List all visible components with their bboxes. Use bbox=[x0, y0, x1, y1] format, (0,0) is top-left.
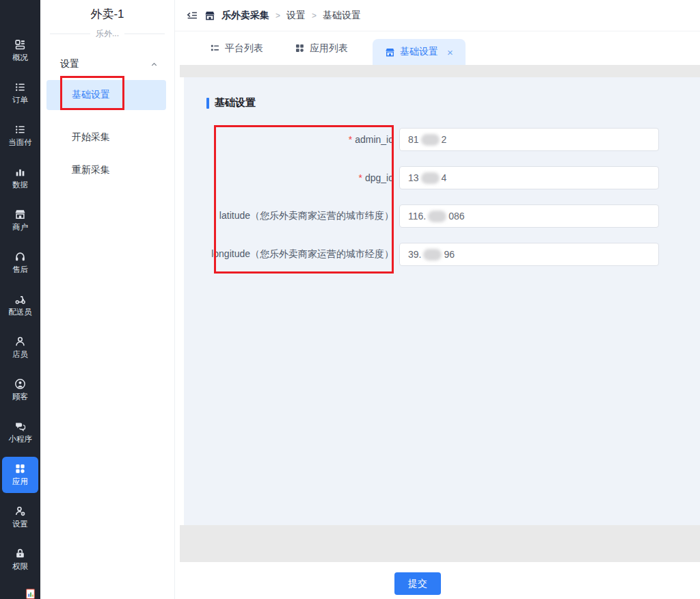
report-doc-icon[interactable] bbox=[25, 588, 36, 599]
rail-item-apps[interactable]: 应用 bbox=[2, 457, 38, 493]
customer-icon bbox=[14, 378, 26, 390]
section-accent-bar bbox=[206, 98, 209, 109]
rail-item-clerk[interactable]: 店员 bbox=[2, 330, 38, 366]
shop-icon bbox=[204, 10, 215, 21]
rail-item-settings[interactable]: 设置 bbox=[2, 499, 38, 535]
breadcrumb: 乐外卖采集 > 设置 > 基础设置 bbox=[204, 10, 361, 22]
section-header: 基础设置 bbox=[206, 96, 700, 109]
submenu-group-settings[interactable]: 设置 bbox=[40, 57, 174, 71]
main-area: 乐外卖采集 > 设置 > 基础设置 平台列表 应用列表 基础设置 × 基础设置 bbox=[175, 0, 700, 599]
submenu-item-recollect[interactable]: 重新采集 bbox=[46, 155, 166, 185]
rail-label: 配送员 bbox=[8, 307, 32, 317]
close-tab-icon[interactable]: × bbox=[447, 47, 453, 57]
breadcrumb-item-basic[interactable]: 基础设置 bbox=[323, 10, 361, 22]
apps-icon bbox=[295, 43, 305, 53]
field-label: longitude（您乐外卖商家运营的城市经度） bbox=[206, 248, 394, 261]
aftersale-icon bbox=[14, 251, 26, 263]
miniprogram-icon bbox=[14, 421, 26, 432]
rail-label: 顾客 bbox=[12, 392, 28, 402]
section-title: 基础设置 bbox=[215, 96, 256, 109]
dpg-id-input[interactable]: 134 bbox=[399, 166, 659, 189]
value-text: 13 bbox=[408, 172, 419, 183]
rail-label: 应用 bbox=[12, 477, 28, 487]
rail-label: 小程序 bbox=[8, 434, 32, 444]
rail-label: 当面付 bbox=[8, 137, 32, 148]
app-subtitle-divider: 乐外... bbox=[50, 28, 165, 40]
permission-icon bbox=[14, 548, 26, 559]
rail-label: 商户 bbox=[12, 222, 28, 232]
value-text: 4 bbox=[442, 172, 447, 183]
data-icon bbox=[14, 166, 26, 178]
submenu-item-start-collect[interactable]: 开始采集 bbox=[46, 122, 166, 152]
required-asterisk: * bbox=[359, 172, 362, 183]
submenu-panel: 外卖-1 乐外... 设置 基础设置 开始采集 重新采集 bbox=[40, 0, 175, 599]
menu-fold-icon[interactable] bbox=[186, 10, 198, 21]
rail-item-courier[interactable]: 配送员 bbox=[2, 287, 38, 323]
settings-icon bbox=[14, 505, 26, 517]
rail-label: 店员 bbox=[12, 349, 28, 360]
tab-bar: 平台列表 应用列表 基础设置 × bbox=[175, 31, 700, 65]
rail-item-aftersale[interactable]: 售后 bbox=[2, 245, 38, 281]
value-text: 81 bbox=[408, 134, 419, 145]
breadcrumb-bar: 乐外卖采集 > 设置 > 基础设置 bbox=[175, 0, 700, 31]
rail-item-data[interactable]: 数据 bbox=[2, 160, 38, 196]
field-label: *admin_id bbox=[206, 134, 394, 145]
tab-platform-list[interactable]: 平台列表 bbox=[202, 31, 271, 65]
clerk-icon bbox=[14, 336, 26, 347]
rail-item-facepay[interactable]: 当面付 bbox=[2, 118, 38, 154]
field-label: *dpg_id bbox=[206, 172, 394, 183]
submit-button[interactable]: 提交 bbox=[394, 572, 441, 595]
settings-form: *admin_id 812 *dpg_id 134 latitude（您乐外卖商… bbox=[206, 128, 700, 266]
required-asterisk: * bbox=[349, 134, 352, 145]
redaction-blur bbox=[421, 134, 440, 146]
value-text: 39. bbox=[408, 249, 421, 260]
submenu-item-label: 开始采集 bbox=[72, 131, 110, 144]
breadcrumb-separator: > bbox=[312, 11, 317, 21]
courier-icon bbox=[14, 293, 26, 305]
form-row-admin-id: *admin_id 812 bbox=[206, 128, 700, 151]
form-row-latitude: latitude（您乐外卖商家运营的城市纬度） 116.086 bbox=[206, 204, 700, 228]
submenu-item-label: 重新采集 bbox=[72, 164, 110, 176]
footer-bar: 提交 bbox=[180, 562, 700, 599]
tab-app-list[interactable]: 应用列表 bbox=[286, 31, 356, 65]
facepay-icon bbox=[14, 124, 26, 135]
orders-icon bbox=[14, 81, 26, 93]
breadcrumb-root[interactable]: 乐外卖采集 bbox=[221, 10, 269, 22]
merchant-icon bbox=[14, 209, 26, 220]
submenu-item-label: 基础设置 bbox=[72, 89, 110, 101]
rail-label: 概况 bbox=[12, 53, 28, 63]
basic-settings-panel: 基础设置 *admin_id 812 *dpg_id 134 latitude（… bbox=[184, 77, 700, 525]
value-text: 116. bbox=[408, 211, 426, 222]
rail-item-merchant[interactable]: 商户 bbox=[2, 202, 38, 239]
value-text: 086 bbox=[448, 211, 464, 222]
submenu-group-label: 设置 bbox=[60, 58, 79, 70]
admin-id-input[interactable]: 812 bbox=[399, 128, 659, 151]
divider-band bbox=[180, 65, 700, 77]
app-subtitle: 乐外... bbox=[96, 28, 119, 40]
tab-label: 平台列表 bbox=[225, 42, 263, 55]
form-row-dpg-id: *dpg_id 134 bbox=[206, 166, 700, 189]
breadcrumb-separator: > bbox=[275, 11, 280, 21]
rail-item-orders[interactable]: 订单 bbox=[2, 75, 38, 111]
longitude-input[interactable]: 39.96 bbox=[399, 243, 659, 266]
value-text: 96 bbox=[444, 249, 455, 260]
redaction-blur bbox=[423, 249, 442, 261]
icon-rail: 概况 订单 当面付 数据 商户 售后 配送员 店员 顾客 小程序 应用 bbox=[0, 0, 40, 599]
divider-band bbox=[180, 525, 700, 562]
breadcrumb-item-settings[interactable]: 设置 bbox=[286, 10, 306, 22]
rail-label: 数据 bbox=[12, 180, 28, 190]
tab-basic-settings[interactable]: 基础设置 × bbox=[373, 39, 466, 65]
redaction-blur bbox=[428, 211, 446, 222]
submenu-item-basic-settings[interactable]: 基础设置 bbox=[46, 80, 166, 110]
rail-item-customer[interactable]: 顾客 bbox=[2, 372, 38, 408]
rail-item-overview[interactable]: 概况 bbox=[2, 33, 38, 69]
shop-icon bbox=[385, 47, 395, 57]
rail-label: 设置 bbox=[12, 519, 28, 529]
value-text: 2 bbox=[442, 134, 447, 145]
rail-label: 售后 bbox=[12, 265, 28, 275]
tab-label: 基础设置 bbox=[400, 46, 438, 58]
latitude-input[interactable]: 116.086 bbox=[399, 204, 659, 228]
rail-item-miniprogram[interactable]: 小程序 bbox=[2, 414, 38, 451]
rail-item-permission[interactable]: 权限 bbox=[2, 542, 38, 578]
form-row-longitude: longitude（您乐外卖商家运营的城市经度） 39.96 bbox=[206, 243, 700, 266]
